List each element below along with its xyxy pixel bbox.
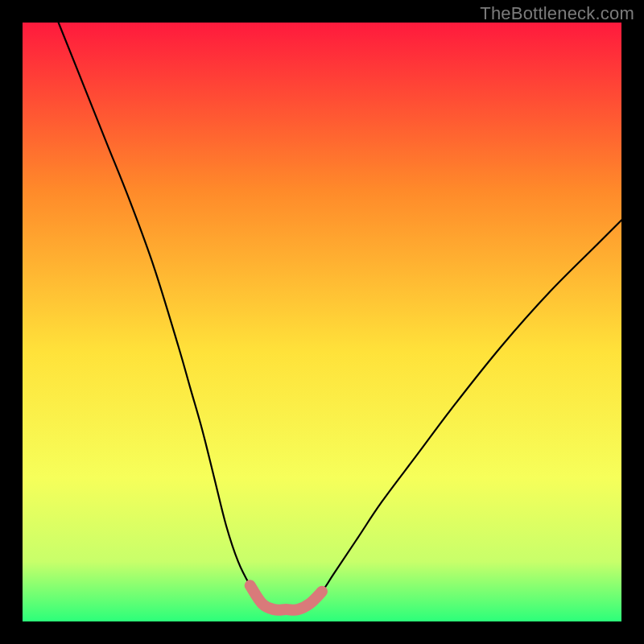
chart-frame: TheBottleneck.com [0,0,644,644]
bottleneck-curve-chart [23,23,621,621]
watermark-text: TheBottleneck.com [480,3,634,24]
gradient-background [23,23,621,621]
plot-area [23,23,621,621]
